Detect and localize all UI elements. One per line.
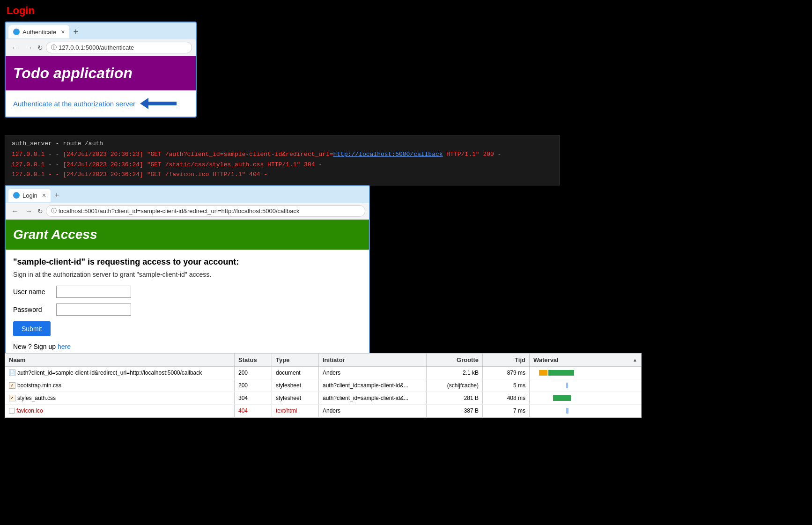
browser-window-login: 🌐 Login × + ← → ↻ ⓘ localhost:5001/auth?… <box>5 185 370 359</box>
col-header-status: Status <box>235 354 272 366</box>
fav-icon <box>9 408 15 414</box>
cell-naam: 📄auth?client_id=sample-client-id&redirec… <box>5 367 235 379</box>
cell-naam: favicon.ico <box>5 405 235 417</box>
cell-initiator: auth?client_id=sample-client-id&... <box>319 379 427 392</box>
terminal-link[interactable]: http://localhost:5000/callback <box>333 151 443 158</box>
col-header-initiator: Initiator <box>319 354 427 366</box>
cell-grootte: (schijfcache) <box>427 379 483 392</box>
submit-button[interactable]: Submit <box>13 321 51 336</box>
new-tab-button-2[interactable]: + <box>54 191 59 200</box>
cell-initiator: Anders <box>319 405 427 417</box>
cell-initiator: auth?client_id=sample-client-id&... <box>319 392 427 404</box>
arrow-body <box>148 102 177 105</box>
toolbar-2: ← → ↻ ⓘ localhost:5001/auth?client_id=sa… <box>6 203 369 220</box>
terminal-line-1: 127.0.0.1 - - [24/Jul/2023 20:36:23] "GE… <box>12 150 553 159</box>
signup-prefix: New ? Sign up <box>13 343 58 350</box>
tab-close-authenticate[interactable]: × <box>61 28 65 36</box>
cell-naam: ✓styles_auth.css <box>5 392 235 404</box>
network-rows: 📄auth?client_id=sample-client-id&redirec… <box>5 367 641 417</box>
cell-grootte: 2.1 kB <box>427 367 483 379</box>
sign-in-text: Sign in at the authorization server to g… <box>13 271 362 278</box>
browser-content-login: Grant Access "sample-client-id" is reque… <box>6 220 369 358</box>
browser-content-authenticate: Todo application Authenticate at the aut… <box>6 56 196 117</box>
password-input[interactable] <box>56 303 131 316</box>
forward-button-2[interactable]: → <box>23 206 35 216</box>
col-header-naam: Naam <box>5 354 235 366</box>
arrow-indicator <box>140 98 177 109</box>
tab-bar-1: 🌐 Authenticate × + <box>6 22 196 39</box>
grant-access-body: "sample-client-id" is requesting access … <box>6 250 369 358</box>
network-panel: Naam Status Type Initiator Grootte Tijd … <box>5 353 642 418</box>
cell-type: text/html <box>272 405 319 417</box>
cell-grootte: 281 B <box>427 392 483 404</box>
auth-link[interactable]: Authenticate at the authorization server <box>13 100 135 108</box>
todo-header: Todo application <box>6 56 196 90</box>
cell-initiator: Anders <box>319 367 427 379</box>
terminal-line-2: 127.0.0.1 - - [24/Jul/2023 20:36:24] "GE… <box>12 160 553 170</box>
terminal-header: auth_server - route /auth <box>12 140 553 147</box>
grant-access-header: Grant Access <box>6 220 369 250</box>
col-header-type: Type <box>272 354 319 366</box>
username-input[interactable] <box>56 286 131 298</box>
browser-window-authenticate: 🌐 Authenticate × + ← → ↻ ⓘ 127.0.0.1:500… <box>5 22 197 118</box>
terminal-area: auth_server - route /auth 127.0.0.1 - - … <box>5 135 560 185</box>
url-text-1: 127.0.0.1:5000/authenticate <box>59 44 134 51</box>
toolbar-1: ← → ↻ ⓘ 127.0.0.1:5000/authenticate <box>6 39 196 56</box>
col-header-tijd: Tijd <box>483 354 530 366</box>
table-row[interactable]: ✓styles_auth.css 304 stylesheet auth?cli… <box>5 392 641 405</box>
grant-access-title: Grant Access <box>13 227 97 242</box>
cell-type: document <box>272 367 319 379</box>
signup-link[interactable]: here <box>58 343 71 350</box>
requesting-text: "sample-client-id" is requesting access … <box>13 257 362 267</box>
cell-status: 304 <box>235 392 272 404</box>
new-tab-button-1[interactable]: + <box>73 27 78 37</box>
url-bar-2[interactable]: ⓘ localhost:5001/auth?client_id=sample-c… <box>46 205 365 217</box>
lock-icon-1: ⓘ <box>51 44 57 52</box>
cell-type: stylesheet <box>272 392 319 404</box>
col-header-grootte: Grootte <box>427 354 483 366</box>
tab-bar-2: 🌐 Login × + <box>6 186 369 203</box>
tab-login[interactable]: 🌐 Login × <box>8 189 51 202</box>
url-text-2: localhost:5001/auth?client_id=sample-cli… <box>59 207 300 214</box>
cell-waterval <box>530 367 641 379</box>
table-row[interactable]: favicon.ico 404 text/html Anders 387 B 7… <box>5 405 641 417</box>
username-label: User name <box>13 288 51 296</box>
globe-icon: 🌐 <box>13 29 20 35</box>
reload-button-1[interactable]: ↻ <box>37 44 43 52</box>
tab-label-authenticate: Authenticate <box>22 29 56 36</box>
username-row: User name <box>13 286 362 298</box>
tab-label-login: Login <box>22 192 37 199</box>
cell-type: stylesheet <box>272 379 319 392</box>
cell-waterval <box>530 379 641 392</box>
sort-icon[interactable]: ▲ <box>633 357 637 362</box>
auth-link-area: Authenticate at the authorization server <box>6 90 196 117</box>
password-row: Password <box>13 303 362 316</box>
css-icon: ✓ <box>9 395 15 401</box>
url-bar-1[interactable]: ⓘ 127.0.0.1:5000/authenticate <box>46 42 192 53</box>
password-label: Password <box>13 306 51 313</box>
col-header-waterval: Waterval ▲ <box>530 354 641 366</box>
back-button-2[interactable]: ← <box>9 206 21 216</box>
lock-icon-2: ⓘ <box>51 207 57 215</box>
cell-tijd: 408 ms <box>483 392 530 404</box>
cell-status: 404 <box>235 405 272 417</box>
tab-close-login[interactable]: × <box>42 192 46 199</box>
forward-button-1[interactable]: → <box>23 43 35 53</box>
table-row[interactable]: 📄auth?client_id=sample-client-id&redirec… <box>5 367 641 379</box>
todo-title: Todo application <box>13 65 133 81</box>
cell-status: 200 <box>235 379 272 392</box>
terminal-line-3: 127.0.0.1 - - [24/Jul/2023 20:36:24] "GE… <box>12 170 553 179</box>
network-table-header: Naam Status Type Initiator Grootte Tijd … <box>5 354 641 367</box>
cell-naam: ✓bootstrap.min.css <box>5 379 235 392</box>
tab-authenticate[interactable]: 🌐 Authenticate × <box>8 25 69 38</box>
reload-button-2[interactable]: ↻ <box>37 207 43 215</box>
css-icon: ✓ <box>9 382 15 389</box>
cell-tijd: 5 ms <box>483 379 530 392</box>
cell-grootte: 387 B <box>427 405 483 417</box>
cell-tijd: 879 ms <box>483 367 530 379</box>
globe-icon-2: 🌐 <box>13 192 20 199</box>
back-button-1[interactable]: ← <box>9 43 21 53</box>
terminal-line1-pre: 127.0.0.1 - - [24/Jul/2023 20:36:23] "GE… <box>12 151 333 158</box>
table-row[interactable]: ✓bootstrap.min.css 200 stylesheet auth?c… <box>5 379 641 392</box>
cell-status: 200 <box>235 367 272 379</box>
